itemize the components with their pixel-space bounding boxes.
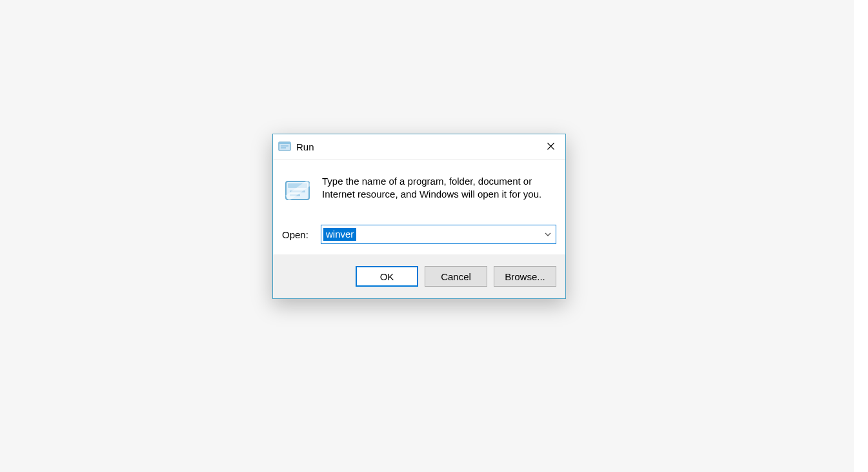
open-input-value[interactable]: winver — [323, 228, 356, 241]
title-bar[interactable]: Run — [273, 134, 565, 159]
browse-button[interactable]: Browse... — [494, 266, 556, 287]
dialog-body: Type the name of a program, folder, docu… — [273, 159, 565, 254]
close-button[interactable] — [536, 134, 565, 159]
cancel-button[interactable]: Cancel — [425, 266, 487, 287]
dialog-title: Run — [296, 141, 536, 152]
close-icon — [547, 142, 554, 152]
run-app-icon — [278, 140, 291, 153]
open-combobox[interactable]: winver — [321, 225, 556, 244]
dialog-description: Type the name of a program, folder, docu… — [322, 175, 556, 201]
open-label: Open: — [282, 229, 321, 240]
svg-rect-2 — [281, 145, 288, 147]
run-dialog: Run Type the name of a program, — [272, 134, 566, 299]
chevron-down-icon[interactable] — [540, 225, 556, 243]
run-dialog-icon — [283, 176, 312, 207]
svg-rect-1 — [279, 142, 290, 144]
ok-button[interactable]: OK — [356, 266, 418, 287]
page-right-edge — [854, 0, 868, 472]
svg-rect-3 — [281, 147, 286, 149]
button-bar: OK Cancel Browse... — [273, 254, 565, 298]
